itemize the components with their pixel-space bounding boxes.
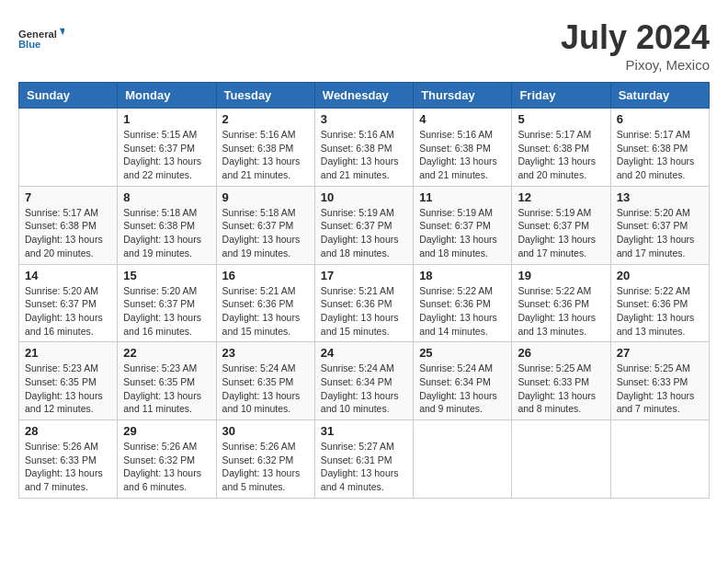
calendar-cell: 27Sunrise: 5:25 AMSunset: 6:33 PMDayligh…: [610, 342, 709, 420]
day-info: Sunrise: 5:23 AMSunset: 6:35 PMDaylight:…: [123, 362, 210, 416]
calendar-cell: 29Sunrise: 5:26 AMSunset: 6:32 PMDayligh…: [118, 420, 216, 499]
day-number: 22: [123, 346, 210, 360]
calendar-cell: 1Sunrise: 5:15 AMSunset: 6:37 PMDaylight…: [118, 109, 216, 187]
logo-svg: General Blue: [18, 18, 64, 59]
day-info: Sunrise: 5:22 AMSunset: 6:36 PMDaylight:…: [617, 284, 703, 339]
calendar-cell: 4Sunrise: 5:16 AMSunset: 6:38 PMDaylight…: [414, 109, 512, 187]
calendar-cell: 3Sunrise: 5:16 AMSunset: 6:38 PMDaylight…: [314, 109, 413, 187]
weekday-header-saturday: Saturday: [610, 83, 709, 109]
day-number: 16: [222, 269, 309, 282]
day-info: Sunrise: 5:23 AMSunset: 6:35 PMDaylight:…: [25, 362, 111, 416]
day-number: 4: [419, 112, 506, 126]
calendar-cell: 9Sunrise: 5:18 AMSunset: 6:37 PMDaylight…: [216, 186, 314, 264]
calendar-cell: 12Sunrise: 5:19 AMSunset: 6:37 PMDayligh…: [512, 186, 610, 264]
day-number: 7: [25, 190, 111, 204]
calendar-cell: 17Sunrise: 5:21 AMSunset: 6:36 PMDayligh…: [314, 264, 413, 342]
day-info: Sunrise: 5:24 AMSunset: 6:34 PMDaylight:…: [321, 362, 407, 416]
calendar-cell: 22Sunrise: 5:23 AMSunset: 6:35 PMDayligh…: [118, 342, 216, 420]
day-number: 9: [222, 190, 309, 204]
calendar-cell: 2Sunrise: 5:16 AMSunset: 6:38 PMDaylight…: [216, 109, 314, 187]
weekday-header-sunday: Sunday: [19, 83, 118, 109]
day-number: 23: [222, 346, 309, 360]
day-number: 8: [123, 190, 210, 204]
day-number: 14: [25, 269, 111, 282]
week-row-3: 14Sunrise: 5:20 AMSunset: 6:37 PMDayligh…: [19, 264, 710, 342]
day-info: Sunrise: 5:20 AMSunset: 6:37 PMDaylight:…: [123, 284, 210, 339]
day-info: Sunrise: 5:17 AMSunset: 6:38 PMDaylight:…: [617, 128, 703, 182]
day-info: Sunrise: 5:22 AMSunset: 6:36 PMDaylight:…: [419, 284, 506, 339]
day-number: 24: [321, 346, 407, 360]
day-info: Sunrise: 5:18 AMSunset: 6:37 PMDaylight:…: [222, 206, 309, 260]
weekday-header-monday: Monday: [118, 83, 216, 109]
day-number: 30: [222, 424, 309, 438]
week-row-2: 7Sunrise: 5:17 AMSunset: 6:38 PMDaylight…: [19, 186, 710, 264]
svg-marker-2: [60, 29, 64, 36]
calendar-cell: 7Sunrise: 5:17 AMSunset: 6:38 PMDaylight…: [19, 186, 118, 264]
calendar-cell: 15Sunrise: 5:20 AMSunset: 6:37 PMDayligh…: [118, 264, 216, 342]
day-info: Sunrise: 5:24 AMSunset: 6:35 PMDaylight:…: [222, 362, 309, 416]
calendar-cell: [19, 109, 118, 187]
day-info: Sunrise: 5:26 AMSunset: 6:32 PMDaylight:…: [123, 440, 210, 494]
svg-text:General: General: [18, 29, 57, 40]
day-number: 26: [518, 346, 604, 360]
day-number: 12: [518, 190, 604, 204]
day-number: 11: [419, 190, 506, 204]
calendar-cell: 26Sunrise: 5:25 AMSunset: 6:33 PMDayligh…: [512, 342, 610, 420]
day-info: Sunrise: 5:25 AMSunset: 6:33 PMDaylight:…: [617, 362, 703, 416]
day-number: 25: [419, 346, 506, 360]
day-info: Sunrise: 5:19 AMSunset: 6:37 PMDaylight:…: [518, 206, 604, 260]
day-number: 10: [321, 190, 407, 204]
month-year-title: July 2024: [561, 18, 710, 57]
weekday-header-tuesday: Tuesday: [216, 83, 314, 109]
title-block: July 2024 Pixoy, Mexico: [561, 18, 710, 73]
calendar-table: SundayMondayTuesdayWednesdayThursdayFrid…: [18, 82, 710, 499]
day-info: Sunrise: 5:16 AMSunset: 6:38 PMDaylight:…: [321, 128, 407, 182]
logo: General Blue: [18, 18, 64, 59]
calendar-cell: 10Sunrise: 5:19 AMSunset: 6:37 PMDayligh…: [314, 186, 413, 264]
day-number: 21: [25, 346, 111, 360]
week-row-1: 1Sunrise: 5:15 AMSunset: 6:37 PMDaylight…: [19, 109, 710, 187]
day-number: 29: [123, 424, 210, 438]
week-row-5: 28Sunrise: 5:26 AMSunset: 6:33 PMDayligh…: [19, 420, 710, 499]
day-info: Sunrise: 5:26 AMSunset: 6:33 PMDaylight:…: [25, 440, 111, 494]
day-number: 31: [321, 424, 407, 438]
day-number: 19: [518, 269, 604, 282]
weekday-header-row: SundayMondayTuesdayWednesdayThursdayFrid…: [19, 83, 710, 109]
calendar-cell: [414, 420, 512, 499]
day-number: 20: [617, 269, 703, 282]
calendar-cell: 13Sunrise: 5:20 AMSunset: 6:37 PMDayligh…: [610, 186, 709, 264]
day-info: Sunrise: 5:21 AMSunset: 6:36 PMDaylight:…: [321, 284, 407, 339]
day-number: 2: [222, 112, 309, 126]
calendar-cell: 28Sunrise: 5:26 AMSunset: 6:33 PMDayligh…: [19, 420, 118, 499]
calendar-cell: 24Sunrise: 5:24 AMSunset: 6:34 PMDayligh…: [314, 342, 413, 420]
weekday-header-friday: Friday: [512, 83, 610, 109]
calendar-cell: 21Sunrise: 5:23 AMSunset: 6:35 PMDayligh…: [19, 342, 118, 420]
day-info: Sunrise: 5:19 AMSunset: 6:37 PMDaylight:…: [321, 206, 407, 260]
calendar-cell: 18Sunrise: 5:22 AMSunset: 6:36 PMDayligh…: [414, 264, 512, 342]
day-number: 13: [617, 190, 703, 204]
day-number: 15: [123, 269, 210, 282]
calendar-cell: 30Sunrise: 5:26 AMSunset: 6:32 PMDayligh…: [216, 420, 314, 499]
day-info: Sunrise: 5:15 AMSunset: 6:37 PMDaylight:…: [123, 128, 210, 182]
calendar-cell: 11Sunrise: 5:19 AMSunset: 6:37 PMDayligh…: [414, 186, 512, 264]
day-info: Sunrise: 5:19 AMSunset: 6:37 PMDaylight:…: [419, 206, 506, 260]
calendar-cell: 23Sunrise: 5:24 AMSunset: 6:35 PMDayligh…: [216, 342, 314, 420]
weekday-header-wednesday: Wednesday: [314, 83, 413, 109]
day-number: 28: [25, 424, 111, 438]
calendar-cell: 20Sunrise: 5:22 AMSunset: 6:36 PMDayligh…: [610, 264, 709, 342]
weekday-header-thursday: Thursday: [414, 83, 512, 109]
day-info: Sunrise: 5:17 AMSunset: 6:38 PMDaylight:…: [518, 128, 604, 182]
calendar-cell: 31Sunrise: 5:27 AMSunset: 6:31 PMDayligh…: [314, 420, 413, 499]
day-number: 6: [617, 112, 703, 126]
day-info: Sunrise: 5:16 AMSunset: 6:38 PMDaylight:…: [419, 128, 506, 182]
day-number: 17: [321, 269, 407, 282]
calendar-cell: 25Sunrise: 5:24 AMSunset: 6:34 PMDayligh…: [414, 342, 512, 420]
location-subtitle: Pixoy, Mexico: [561, 57, 710, 73]
day-info: Sunrise: 5:26 AMSunset: 6:32 PMDaylight:…: [222, 440, 309, 494]
day-info: Sunrise: 5:20 AMSunset: 6:37 PMDaylight:…: [25, 284, 111, 339]
calendar-cell: 16Sunrise: 5:21 AMSunset: 6:36 PMDayligh…: [216, 264, 314, 342]
day-info: Sunrise: 5:24 AMSunset: 6:34 PMDaylight:…: [419, 362, 506, 416]
calendar-cell: [610, 420, 709, 499]
day-number: 27: [617, 346, 703, 360]
calendar-cell: 5Sunrise: 5:17 AMSunset: 6:38 PMDaylight…: [512, 109, 610, 187]
